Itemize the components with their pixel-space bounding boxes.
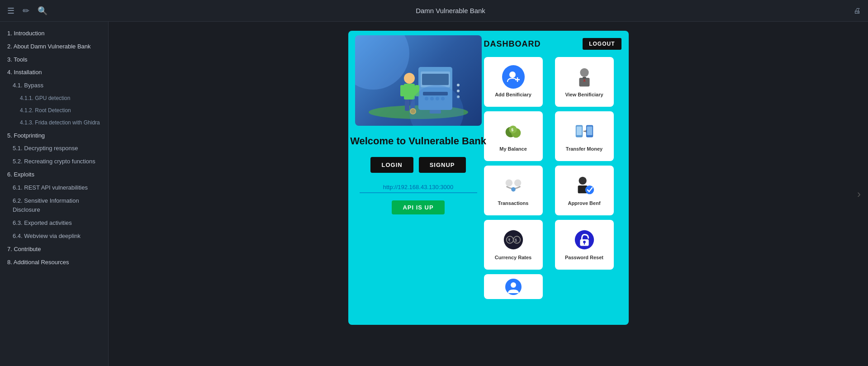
view-ben-svg xyxy=(573,65,596,89)
dashboard-section: DASHBOARD LOGOUT xyxy=(484,31,629,325)
sidebar: 1. Introduction 2. About Damn Vulnerable… xyxy=(0,22,109,366)
sidebar-item-frida[interactable]: 4.1.3. Frida detection with Ghidra xyxy=(0,117,108,129)
sidebar-item-additional[interactable]: 8. Additional Resources xyxy=(0,256,108,269)
sidebar-item-webview[interactable]: 6.4. Webview via deeplink xyxy=(0,230,108,243)
svg-point-54 xyxy=(511,282,516,288)
password-icon xyxy=(573,228,596,251)
add-beneficiary-icon xyxy=(502,66,525,88)
dashboard-grid: Add Benificiary xyxy=(484,57,621,299)
sidebar-item-decrypt[interactable]: 5.1. Decrypting response xyxy=(0,142,108,155)
svg-rect-12 xyxy=(400,85,405,96)
password-svg xyxy=(573,228,596,252)
svg-text:$: $ xyxy=(514,238,517,242)
svg-point-18 xyxy=(457,84,460,86)
sidebar-item-about[interactable]: 2. About Damn Vulnerable Bank xyxy=(0,40,108,53)
transfer-label: Transfer Money xyxy=(566,146,602,152)
partial-svg xyxy=(504,278,522,296)
password-label: Password Reset xyxy=(565,255,603,261)
welcome-text: Welcome to Vulnerable Bank xyxy=(350,135,486,148)
sidebar-item-installation[interactable]: 4. Installation xyxy=(0,66,108,79)
transactions-label: Transactions xyxy=(498,200,529,206)
svg-point-43 xyxy=(585,185,593,194)
sidebar-item-sensitive[interactable]: 6.2. Sensitive Information Disclosure xyxy=(0,195,108,217)
dashboard-header: DASHBOARD LOGOUT xyxy=(484,38,621,50)
login-button[interactable]: LOGIN xyxy=(370,157,413,173)
sidebar-item-gpu[interactable]: 4.1.1. GPU detection xyxy=(0,92,108,105)
sidebar-item-tools[interactable]: 3. Tools xyxy=(0,53,108,67)
balance-icon: $ xyxy=(502,120,525,143)
transfer-svg xyxy=(573,119,596,143)
card-add-beneficiary[interactable]: Add Benificiary xyxy=(484,57,543,107)
logout-button[interactable]: LOGOUT xyxy=(583,38,621,50)
dashboard-title: DASHBOARD xyxy=(484,39,541,49)
sidebar-item-bypass[interactable]: 4.1. Bypass xyxy=(0,79,108,92)
add-beneficiary-label: Add Benificiary xyxy=(495,92,531,98)
transactions-icon xyxy=(502,174,525,197)
welcome-section: Welcome to Vulnerable Bank LOGIN SIGNUP … xyxy=(348,31,489,325)
atm-illustration xyxy=(355,35,482,126)
card-view-beneficiary[interactable]: View Benificiary xyxy=(555,57,614,107)
view-beneficiary-label: View Benificiary xyxy=(565,92,603,98)
currency-label: Currency Rates xyxy=(495,255,531,261)
topbar: ☰ ✏ 🔍 Damn Vulnerable Bank 🖨 xyxy=(0,0,868,22)
svg-point-51 xyxy=(583,241,586,243)
view-beneficiary-icon xyxy=(573,66,596,88)
main-layout: 1. Introduction 2. About Damn Vulnerable… xyxy=(0,22,868,366)
phone-mockup: Welcome to Vulnerable Bank LOGIN SIGNUP … xyxy=(348,31,629,325)
api-status-badge: API IS UP xyxy=(392,200,444,214)
svg-point-38 xyxy=(505,180,512,186)
card-approve[interactable]: Approve Benf xyxy=(555,166,614,215)
sidebar-item-introduction[interactable]: 1. Introduction xyxy=(0,27,108,40)
svg-point-40 xyxy=(511,187,516,192)
partial-icon xyxy=(502,276,525,298)
transactions-svg xyxy=(502,174,525,197)
page-title: Damn Vulnerable Bank xyxy=(47,7,854,14)
sidebar-item-exported[interactable]: 6.3. Exported activities xyxy=(0,217,108,230)
card-transactions[interactable]: Transactions xyxy=(484,166,543,215)
svg-rect-37 xyxy=(587,127,592,135)
card-currency[interactable]: ₹ $ Currency Rates xyxy=(484,220,543,270)
sidebar-item-recreate[interactable]: 5.2. Recreating crypto functions xyxy=(0,155,108,168)
sidebar-item-root[interactable]: 4.1.2. Root Detection xyxy=(0,105,108,117)
print-icon[interactable]: 🖨 xyxy=(854,7,861,15)
sidebar-item-exploits[interactable]: 6. Exploits xyxy=(0,168,108,181)
card-partial[interactable] xyxy=(484,274,543,299)
transfer-icon xyxy=(573,120,596,143)
svg-text:₹: ₹ xyxy=(508,238,510,242)
signup-button[interactable]: SIGNUP xyxy=(419,157,466,173)
card-password[interactable]: Password Reset xyxy=(555,220,614,270)
currency-svg: ₹ $ xyxy=(502,228,525,252)
approve-icon xyxy=(573,174,596,197)
approve-label: Approve Benf xyxy=(568,200,600,206)
auth-buttons: LOGIN SIGNUP xyxy=(370,157,465,173)
content-area: Welcome to Vulnerable Bank LOGIN SIGNUP … xyxy=(109,22,868,366)
menu-icon[interactable]: ☰ xyxy=(7,6,14,16)
right-arrow-icon[interactable]: › xyxy=(857,188,861,200)
sidebar-item-contribute[interactable]: 7. Contribute xyxy=(0,243,108,256)
approve-svg xyxy=(573,174,596,197)
svg-rect-3 xyxy=(422,74,449,85)
svg-point-10 xyxy=(404,73,415,84)
add-user-svg xyxy=(507,70,520,84)
sidebar-item-rest[interactable]: 6.1. REST API vulnerabilities xyxy=(0,181,108,195)
url-input[interactable] xyxy=(360,182,477,193)
svg-point-39 xyxy=(514,180,521,186)
balance-svg: $ xyxy=(502,119,525,143)
card-transfer[interactable]: Transfer Money xyxy=(555,111,614,161)
svg-point-19 xyxy=(457,90,460,92)
svg-point-24 xyxy=(580,68,588,77)
svg-point-41 xyxy=(579,177,586,185)
svg-point-21 xyxy=(509,71,516,78)
search-icon[interactable]: 🔍 xyxy=(38,6,47,16)
balance-label: My Balance xyxy=(499,146,527,152)
sidebar-item-footprinting[interactable]: 5. Footprinting xyxy=(0,129,108,143)
svg-rect-14 xyxy=(405,100,409,111)
svg-rect-11 xyxy=(404,84,415,100)
svg-rect-33 xyxy=(576,127,582,135)
svg-text:$: $ xyxy=(511,128,513,132)
topbar-left: ☰ ✏ 🔍 xyxy=(7,6,47,16)
edit-icon[interactable]: ✏ xyxy=(23,6,29,16)
currency-icon: ₹ $ xyxy=(502,228,525,251)
card-balance[interactable]: $ My Balance xyxy=(484,111,543,161)
